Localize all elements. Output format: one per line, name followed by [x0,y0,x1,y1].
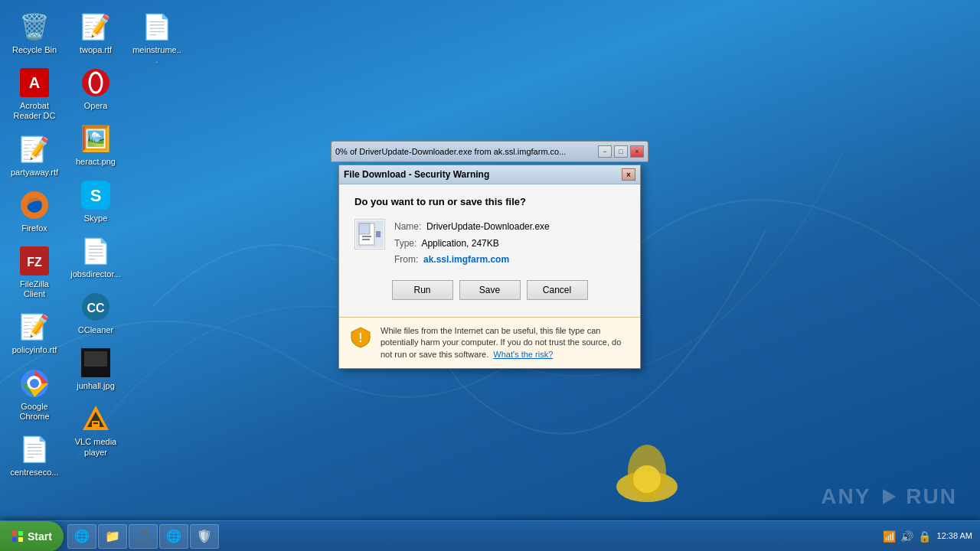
file-name-row: Name: DriverUpdate-Downloader.exe [394,219,550,236]
security-tray-icon: 🔒 [918,530,931,543]
svg-rect-33 [18,531,23,536]
firefox-icon [19,190,50,220]
jobsdirector-label: jobsdirector... [69,269,122,280]
svg-text:A: A [29,74,40,91]
file-details: Name: DriverUpdate-Downloader.exe Type: … [394,219,550,269]
desktop-icon-vlc[interactable]: VLC media player [65,399,126,461]
dialog-question: Do you want to run or save this file? [354,196,625,207]
download-progress-window: 0% of DriverUpdate-Downloader.exe from a… [331,141,648,162]
meinstrume-icon: 📄 [142,11,172,42]
ccleaner-label: CCleaner [77,324,115,336]
desktop-icon-chrome[interactable]: Google Chrome [4,364,65,426]
twopa-label: twopa.rtf [78,44,113,56]
skype-label: Skype [83,213,109,224]
chrome-label: Google Chrome [8,401,61,422]
security-warning-dialog: File Download - Security Warning × Do yo… [338,165,641,369]
ie-icon: 🌐 [74,529,90,543]
download-maximize-button[interactable]: □ [614,145,628,158]
download-close-button[interactable]: × [630,145,644,158]
firefox-label: Firefox [20,223,49,234]
policyinfo-icon: 📝 [19,311,50,342]
desktop-icon-firefox[interactable]: Firefox [4,186,65,238]
svg-text:FZ: FZ [27,256,42,269]
desktop-icon-junhall[interactable]: junhall.jpg [65,344,126,396]
heract-label: heract.png [74,156,117,168]
filezilla-icon: FZ [19,246,50,276]
warning-shield-icon: ! [348,325,373,350]
svg-text:!: ! [358,331,362,344]
system-clock: 12:38 AM [937,530,972,541]
start-button[interactable]: Start [0,521,64,552]
security-icon: 🛡️ [197,529,212,543]
cancel-button[interactable]: Cancel [527,280,588,300]
svg-rect-26 [359,223,370,234]
policyinfo-label: policyinfo.rtf [11,344,59,356]
file-from-row: From: ak.ssl.imgfarm.com [394,252,550,269]
dialog-titlebar: File Download - Security Warning × [339,165,640,184]
run-button[interactable]: Run [392,280,453,300]
centreseco-label: centreseco... [9,467,60,478]
centreseco-icon: 📄 [19,434,50,465]
junhall-icon [80,347,111,378]
whats-risk-link[interactable]: What's the risk? [493,350,553,359]
desktop-icon-centreseco[interactable]: 📄 centreseco... [4,430,65,482]
file-from-link[interactable]: ak.ssl.imgfarm.com [423,254,509,265]
acrobat-label: Acrobat Reader DC [8,100,61,122]
vlc-label: VLC media player [69,436,122,458]
download-minimize-button[interactable]: − [598,145,612,158]
taskbar-right: 📶 🔊 🔒 12:38 AM [875,530,980,543]
desktop-icon-recycle-bin[interactable]: 🗑️ Recycle Bin [4,8,65,60]
desktop-icon-meinstrume[interactable]: 📄 meinstrume... [126,8,188,70]
heract-icon: 🖼️ [80,123,111,154]
desktop-icon-policyinfo[interactable]: 📝 policyinfo.rtf [4,308,65,360]
desktop-icon-jobsdirector[interactable]: 📄 jobsdirector... [65,232,126,284]
warning-message: While files from the Internet can be use… [381,325,631,360]
svg-rect-27 [362,236,371,237]
junhall-label: junhall.jpg [75,380,116,392]
filezilla-label: FileZilla Client [8,279,61,300]
system-tray: 📶 🔊 🔒 [883,530,931,543]
desktop-icon-filezilla[interactable]: FZ FileZilla Client [4,242,65,304]
taskbar-security[interactable]: 🛡️ [190,524,219,549]
svg-rect-16 [84,351,107,367]
save-button[interactable]: Save [459,280,521,300]
file-info-row: Name: DriverUpdate-Downloader.exe Type: … [354,219,625,269]
dialog-close-button[interactable]: × [622,168,635,181]
svg-rect-29 [376,231,381,237]
desktop-icon-skype[interactable]: S Skype [65,176,126,228]
desktop-icon-ccleaner[interactable]: CC CCleaner [65,288,126,340]
svg-rect-20 [93,422,98,424]
jobsdirector-icon: 📄 [80,236,111,266]
meinstrume-label: meinstrume... [130,44,184,66]
vlc-icon [80,403,111,434]
file-name-label: Name: [394,221,421,232]
acrobat-icon: A [19,67,50,98]
warning-bar: ! While files from the Internet can be u… [339,317,640,368]
desktop-icon-heract[interactable]: 🖼️ heract.png [65,119,126,171]
desktop-icon-acrobat[interactable]: A Acrobat Reader DC [4,64,65,126]
chrome-taskbar-icon: 🌐 [166,529,181,543]
taskbar-ie[interactable]: 🌐 [67,524,96,549]
file-type-row: Type: Application, 247KB [394,236,550,253]
desktop-icon-partyaway[interactable]: 📝 partyaway.rtf [4,130,65,182]
network-tray-icon: 📶 [883,530,896,543]
partyaway-label: partyaway.rtf [9,167,60,178]
chrome-icon [19,368,50,399]
desktop-icon-twopa[interactable]: 📝 twopa.rtf [65,8,126,60]
file-name-value: DriverUpdate-Downloader.exe [426,221,550,232]
desktop-icon-opera[interactable]: Opera [65,64,126,116]
taskbar-explorer[interactable]: 📁 [98,524,127,549]
svg-rect-32 [12,531,17,536]
taskbar-items: 🌐 📁 🎵 🌐 🛡️ [64,524,875,549]
start-label: Start [28,530,52,543]
opera-icon [80,67,111,98]
media-icon: 🎵 [136,529,151,543]
opera-label: Opera [83,100,109,112]
taskbar-chrome[interactable]: 🌐 [159,524,188,549]
dialog-body: Do you want to run or save this file? Na… [339,184,640,317]
svg-rect-35 [18,537,23,542]
ccleaner-icon: CC [80,292,111,322]
taskbar-media[interactable]: 🎵 [129,524,158,549]
download-progress-title: 0% of DriverUpdate-Downloader.exe from a… [335,147,596,156]
taskbar: Start 🌐 📁 🎵 🌐 🛡️ 📶 🔊 🔒 12:38 AM [0,520,980,551]
